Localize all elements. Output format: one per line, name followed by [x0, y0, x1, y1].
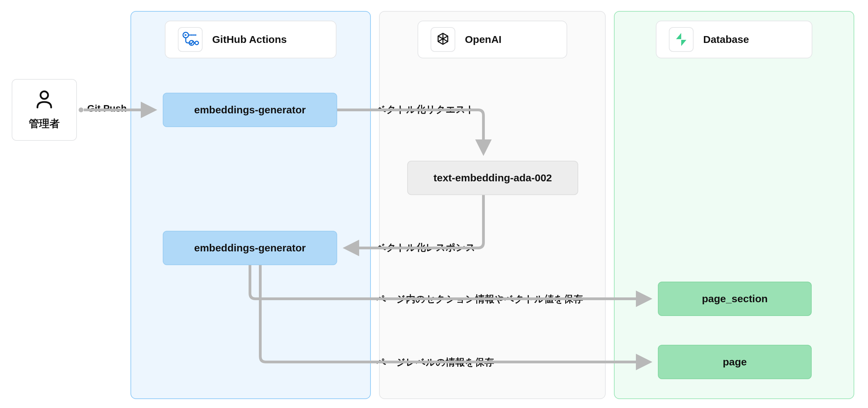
github-actions-icon — [178, 27, 203, 52]
node-text-embedding-model: text-embedding-ada-002 — [407, 161, 578, 195]
svg-point-2 — [195, 41, 198, 45]
lane-github-actions — [130, 11, 371, 399]
edge-start-dot — [79, 107, 83, 112]
actor-admin: 管理者 — [12, 79, 77, 141]
lane-header-database: Database — [656, 21, 812, 58]
edge-label-git-push: Git Push — [87, 103, 127, 114]
svg-point-5 — [41, 91, 48, 99]
supabase-icon — [669, 27, 694, 52]
edge-label-save-sections: ページ内のセクション情報やベクトル値を保存 — [376, 293, 583, 306]
node-label: embeddings-generator — [194, 104, 306, 116]
lane-title: Database — [703, 34, 749, 45]
openai-icon — [431, 27, 455, 52]
user-icon — [34, 89, 55, 112]
node-embeddings-generator-1: embeddings-generator — [163, 93, 337, 127]
lane-header-github-actions: GitHub Actions — [165, 21, 336, 58]
svg-point-4 — [195, 34, 196, 36]
edge-label-vec-request: ベクトル化リクエスト — [376, 103, 476, 116]
edge-label-save-page: ページレベルの情報を保存 — [376, 356, 494, 369]
lane-title: GitHub Actions — [212, 34, 287, 45]
node-label: page — [723, 356, 747, 368]
edge-label-vec-response: ベクトル化レスポンス — [376, 241, 476, 254]
lane-title: OpenAI — [465, 34, 502, 45]
lane-openai — [379, 11, 606, 399]
diagram-canvas: GitHub Actions OpenAI Database — [0, 0, 868, 408]
node-label: page_section — [702, 293, 768, 305]
node-label: embeddings-generator — [194, 242, 306, 254]
lane-database — [614, 11, 854, 399]
node-label: text-embedding-ada-002 — [433, 172, 552, 184]
svg-point-3 — [191, 34, 192, 36]
actor-label: 管理者 — [29, 117, 60, 131]
node-page: page — [658, 345, 812, 379]
node-page-section: page_section — [658, 282, 812, 316]
node-embeddings-generator-2: embeddings-generator — [163, 231, 337, 265]
lane-header-openai: OpenAI — [418, 21, 567, 58]
